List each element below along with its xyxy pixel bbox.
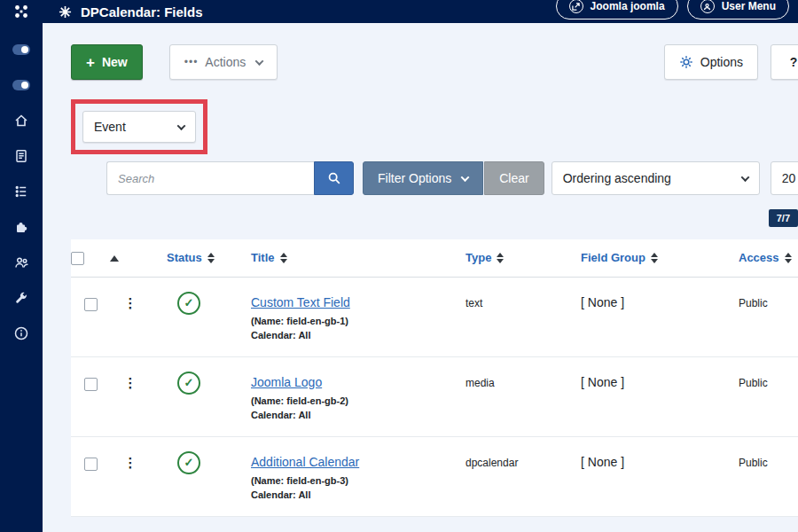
field-name: (Name: field-en-gb-3) bbox=[251, 475, 449, 486]
field-title-link[interactable]: Joomla Logo bbox=[251, 375, 322, 389]
toggle-switch-icon[interactable] bbox=[12, 41, 31, 59]
actions-button-label: Actions bbox=[205, 55, 246, 69]
help-button[interactable]: ? bbox=[771, 44, 798, 80]
ordering-select-value: Ordering ascending bbox=[563, 171, 671, 185]
component-icon bbox=[59, 5, 72, 19]
kebab-menu-icon[interactable]: ⋮ bbox=[124, 455, 137, 470]
sort-icon bbox=[497, 253, 504, 263]
kebab-menu-icon[interactable]: ⋮ bbox=[124, 295, 137, 310]
new-button-label: New bbox=[102, 55, 128, 69]
field-group-header-label: Field Group bbox=[581, 251, 645, 264]
site-preview-label: Joomla joomla bbox=[591, 0, 665, 12]
chevron-down-icon bbox=[177, 121, 186, 130]
search-icon bbox=[327, 171, 341, 185]
access-column-header[interactable]: Access bbox=[739, 251, 792, 264]
home-icon[interactable] bbox=[12, 112, 31, 129]
type-header-label: Type bbox=[466, 251, 491, 264]
type-column-header[interactable]: Type bbox=[466, 251, 504, 264]
components-puzzle-icon[interactable] bbox=[12, 218, 31, 236]
row-checkbox[interactable] bbox=[84, 458, 98, 471]
filter-options-button[interactable]: Filter Options bbox=[363, 161, 483, 195]
filter-options-label: Filter Options bbox=[378, 171, 451, 185]
chevron-down-icon bbox=[255, 57, 264, 66]
user-menu-button[interactable]: User Menu bbox=[687, 0, 789, 20]
table-header-row: Status Title Type bbox=[71, 239, 798, 277]
clear-button[interactable]: Clear bbox=[484, 161, 544, 195]
toggle-switch-icon[interactable] bbox=[12, 76, 31, 94]
field-access: Public bbox=[722, 277, 798, 356]
field-calendar: Calendar: All bbox=[251, 410, 449, 420]
toolbar: + New ••• Actions Options bbox=[71, 44, 798, 80]
select-all-checkbox[interactable] bbox=[71, 252, 84, 265]
info-icon[interactable] bbox=[12, 325, 31, 342]
count-badge: 7/7 bbox=[769, 209, 798, 227]
article-icon[interactable] bbox=[12, 147, 31, 165]
table-row: ⋮ ✓ Custom Text Field (Name: field-en-gb… bbox=[71, 277, 798, 356]
sort-icon bbox=[651, 253, 658, 263]
plus-icon: + bbox=[86, 55, 95, 70]
kebab-menu-icon[interactable]: ⋮ bbox=[124, 375, 137, 390]
new-button[interactable]: + New bbox=[71, 44, 143, 80]
row-checkbox[interactable] bbox=[84, 298, 98, 311]
published-status-icon[interactable]: ✓ bbox=[177, 372, 200, 395]
check-icon: ✓ bbox=[184, 296, 194, 309]
field-access: Public bbox=[722, 436, 798, 516]
row-checkbox[interactable] bbox=[84, 378, 98, 391]
badge-row: 7/7 bbox=[71, 209, 798, 227]
check-icon: ✓ bbox=[184, 456, 194, 469]
field-title-link[interactable]: Additional Calendar bbox=[251, 455, 359, 469]
sort-icon bbox=[207, 253, 215, 263]
search-button[interactable] bbox=[314, 161, 354, 195]
field-group-value: [ None ] bbox=[562, 356, 722, 436]
title-header-label: Title bbox=[251, 251, 275, 264]
filter-bar: Filter Options Clear Ordering ascending … bbox=[106, 161, 798, 195]
search-input[interactable] bbox=[106, 161, 314, 195]
title-column-header[interactable]: Title bbox=[251, 251, 287, 264]
options-button-label: Options bbox=[700, 55, 743, 69]
field-calendar: Calendar: All bbox=[251, 489, 449, 500]
options-button[interactable]: Options bbox=[664, 44, 758, 80]
page-title: DPCalendar: Fields bbox=[81, 4, 203, 20]
field-name: (Name: field-en-gb-1) bbox=[251, 316, 449, 326]
list-limit-select[interactable]: 20 bbox=[771, 161, 798, 195]
wrench-icon[interactable] bbox=[12, 289, 31, 307]
site-preview-button[interactable]: Joomla joomla bbox=[556, 0, 678, 20]
status-header-label: Status bbox=[167, 251, 202, 264]
status-column-header[interactable]: Status bbox=[167, 251, 215, 264]
field-title-link[interactable]: Custom Text Field bbox=[251, 295, 350, 309]
field-type: media bbox=[449, 356, 562, 436]
admin-topbar: DPCalendar: Fields Joomla joomla User Me… bbox=[43, 0, 798, 23]
ellipsis-icon: ••• bbox=[184, 56, 199, 68]
ordering-select[interactable]: Ordering ascending bbox=[552, 161, 760, 195]
context-filter-select[interactable]: Event bbox=[82, 111, 196, 143]
joomla-logo-icon[interactable] bbox=[13, 0, 29, 23]
users-icon[interactable] bbox=[12, 254, 31, 271]
menu-list-icon[interactable] bbox=[12, 183, 31, 200]
clear-button-label: Clear bbox=[499, 171, 528, 185]
field-name: (Name: field-en-gb-2) bbox=[251, 395, 449, 406]
annotation-highlight: Event bbox=[71, 99, 207, 154]
access-header-label: Access bbox=[739, 251, 779, 264]
fields-table: Status Title Type bbox=[71, 239, 798, 517]
table-row: ⋮ ✓ Joomla Logo (Name: field-en-gb-2) Ca… bbox=[71, 356, 798, 436]
user-menu-label: User Menu bbox=[722, 0, 776, 12]
app-root: DPCalendar: Fields Joomla joomla User Me… bbox=[0, 0, 798, 532]
chevron-down-icon bbox=[740, 173, 749, 182]
field-group-value: [ None ] bbox=[562, 277, 722, 356]
page-content: + New ••• Actions Options bbox=[43, 23, 798, 532]
published-status-icon[interactable]: ✓ bbox=[177, 292, 200, 315]
main-area: DPCalendar: Fields Joomla joomla User Me… bbox=[43, 0, 798, 532]
field-calendar: Calendar: All bbox=[251, 330, 449, 340]
published-status-icon[interactable]: ✓ bbox=[177, 451, 200, 474]
chevron-down-icon bbox=[461, 173, 470, 182]
field-group-column-header[interactable]: Field Group bbox=[581, 251, 658, 264]
sidebar-nav bbox=[12, 41, 31, 342]
field-type: text bbox=[449, 277, 562, 356]
sort-icon bbox=[785, 253, 792, 263]
check-icon: ✓ bbox=[184, 376, 194, 389]
actions-button[interactable]: ••• Actions bbox=[169, 44, 278, 80]
field-type: dpcalendar bbox=[449, 436, 562, 516]
ordering-sort-asc-icon[interactable] bbox=[110, 255, 119, 262]
list-limit-value: 20 bbox=[782, 171, 796, 185]
external-link-icon bbox=[569, 0, 583, 13]
